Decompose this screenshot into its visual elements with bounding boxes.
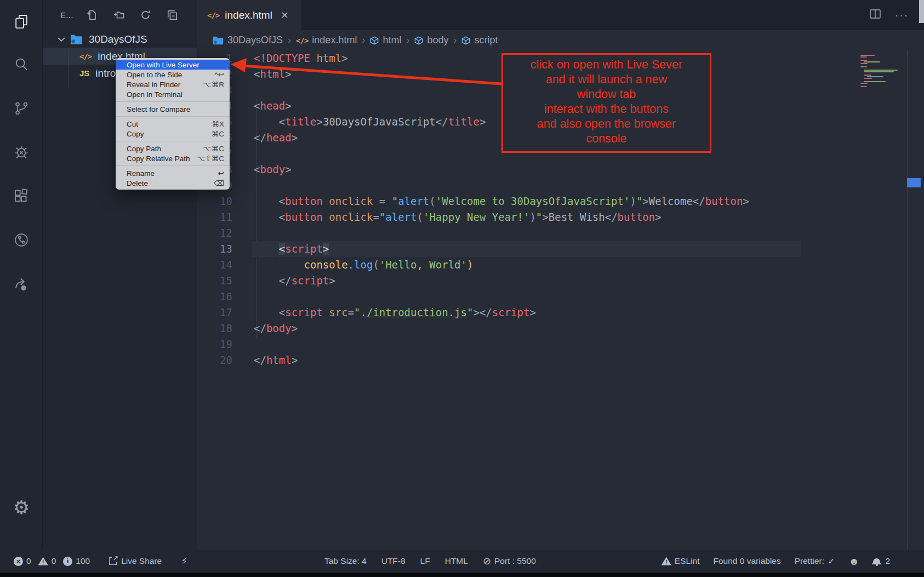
menu-separator: [116, 141, 230, 141]
more-actions-icon[interactable]: ···: [895, 9, 909, 21]
menu-item-reveal-in-finder[interactable]: Reveal in Finder⌥⌘R: [116, 79, 230, 89]
editor-ruler: [907, 50, 908, 550]
symbol-cube-icon: [370, 36, 379, 45]
status-item-label: Tab Size: 4: [324, 556, 367, 566]
menu-item-shortcut: ↩: [218, 169, 224, 178]
menu-item-open-to-the-side[interactable]: Open to the Side^↩: [116, 70, 230, 79]
status-item-eslint[interactable]: ESLint: [661, 556, 700, 566]
files-icon[interactable]: [0, 0, 43, 43]
scrollbar-thumb[interactable]: [919, 0, 924, 23]
extensions-icon[interactable]: [0, 174, 43, 218]
status-item-tab-size-4[interactable]: Tab Size: 4: [324, 556, 367, 566]
status-item-0[interactable]: 0: [14, 556, 31, 566]
collapse-folders-icon[interactable]: [167, 10, 178, 20]
tree-item-30daysofjs[interactable]: 30DaysOfJS: [43, 31, 197, 48]
annotation-box: click on open with Live Severand it will…: [501, 53, 711, 153]
gitlens-icon[interactable]: [0, 218, 43, 262]
refresh-explorer-icon[interactable]: [140, 10, 151, 20]
menu-item-copy-relative-path[interactable]: Copy Relative Path⌥⇧⌘C: [116, 153, 230, 163]
menu-separator: [116, 116, 230, 117]
breadcrumb-item-script[interactable]: script: [461, 35, 498, 46]
status-item-found-0-variables[interactable]: Found 0 variables: [713, 556, 780, 566]
symbol-cube-icon: [461, 36, 470, 45]
annotation-line: console: [503, 132, 710, 146]
tab-index-html[interactable]: </> index.html ×: [197, 0, 301, 30]
err-icon: [14, 557, 23, 566]
live-share-icon[interactable]: [0, 262, 43, 306]
menu-item-open-in-terminal[interactable]: Open in Terminal: [116, 89, 230, 99]
status-item-label: Found 0 variables: [713, 556, 780, 566]
overview-ruler-marker: [907, 178, 921, 187]
tab-label: index.html: [225, 9, 272, 21]
status-item-label: 0: [52, 556, 56, 566]
menu-item-label: Copy Relative Path: [127, 155, 190, 163]
status-bar: 00100Live Share Tab Size: 4UTF-8LFHTMLPo…: [0, 550, 924, 573]
breadcrumb-separator: ›: [453, 35, 457, 46]
explorer-header: E...: [43, 0, 197, 30]
annotation-line: click on open with Live Sever: [503, 58, 710, 72]
menu-item-shortcut: ⌥⇧⌘C: [197, 154, 224, 163]
new-folder-icon[interactable]: [113, 10, 124, 20]
new-file-icon[interactable]: [87, 10, 97, 20]
menu-item-label: Open with Live Server: [127, 61, 199, 69]
breadcrumb-item-body[interactable]: body: [414, 35, 448, 46]
status-item-port-5500[interactable]: Port : 5500: [483, 556, 536, 566]
debug-icon[interactable]: [0, 130, 43, 174]
search-icon[interactable]: [0, 43, 43, 87]
breadcrumb-label: body: [427, 35, 448, 46]
status-item-label: LF: [420, 556, 430, 566]
menu-item-label: Copy Path: [127, 145, 161, 153]
window-bottom-edge: [0, 573, 924, 577]
tab-bar: </> index.html × ···: [197, 0, 924, 30]
menu-item-rename[interactable]: Rename↩: [116, 168, 230, 178]
explorer-title: E...: [60, 10, 73, 20]
info-icon: [63, 557, 72, 566]
menu-item-label: Rename: [127, 169, 155, 178]
smiley-icon: [848, 556, 859, 567]
status-item-2[interactable]: 2: [873, 556, 890, 566]
code-line-16: [197, 289, 924, 305]
status-item-smiley[interactable]: [848, 556, 859, 567]
minimap[interactable]: [860, 55, 906, 88]
status-item-label: HTML: [445, 556, 468, 566]
html-file-icon: </>: [296, 36, 308, 45]
code-line-9: [197, 178, 924, 193]
status-item-label: 100: [76, 556, 90, 566]
folder-open-icon: [70, 34, 83, 44]
status-item-prettier[interactable]: Prettier:: [795, 556, 835, 567]
source-control-icon[interactable]: [0, 87, 43, 130]
code-line-13: <script>: [197, 241, 924, 257]
menu-item-copy[interactable]: Copy⌘C: [116, 129, 230, 139]
menu-item-label: Reveal in Finder: [127, 81, 180, 89]
status-item-bolt[interactable]: [181, 556, 187, 567]
breadcrumb-item-html[interactable]: html: [370, 35, 401, 46]
tab-close-icon[interactable]: ×: [281, 9, 288, 21]
breadcrumb-item-index-html[interactable]: </>index.html: [296, 35, 357, 46]
menu-item-open-with-live-server[interactable]: Open with Live Server: [116, 60, 230, 70]
code-line-11: <button onclick="alert('Happy New Year!'…: [197, 209, 924, 225]
breadcrumb-label: index.html: [312, 35, 357, 46]
bolt-icon: [181, 556, 187, 567]
split-editor-icon[interactable]: [870, 9, 881, 21]
status-item-100[interactable]: 100: [63, 556, 90, 566]
menu-item-cut[interactable]: Cut⌘X: [116, 119, 230, 129]
status-item-html[interactable]: HTML: [445, 556, 468, 566]
context-menu: Open with Live ServerOpen to the Side^↩R…: [116, 58, 230, 190]
status-item-utf-8[interactable]: UTF-8: [381, 556, 406, 566]
menu-item-label: Open to the Side: [127, 71, 182, 79]
status-item-lf[interactable]: LF: [420, 556, 430, 566]
menu-separator: [116, 165, 230, 166]
menu-item-select-for-compare[interactable]: Select for Compare: [116, 104, 230, 114]
status-item-0[interactable]: 0: [38, 556, 56, 566]
activity-bar: ⚙: [0, 0, 43, 550]
breadcrumb-separator: ›: [362, 35, 365, 46]
status-item-label: Live Share: [121, 556, 162, 566]
settings-gear-icon[interactable]: ⚙: [0, 486, 43, 529]
menu-item-copy-path[interactable]: Copy Path⌥⌘C: [116, 144, 230, 153]
share-icon: [109, 557, 117, 565]
annotation-line: window tab: [503, 87, 710, 102]
menu-item-delete[interactable]: Delete⌫: [116, 178, 230, 188]
code-line-19: [197, 336, 924, 352]
breadcrumb-item-30daysofjs[interactable]: 30DaysOfJS: [213, 35, 283, 46]
status-item-live-share[interactable]: Live Share: [109, 556, 162, 566]
